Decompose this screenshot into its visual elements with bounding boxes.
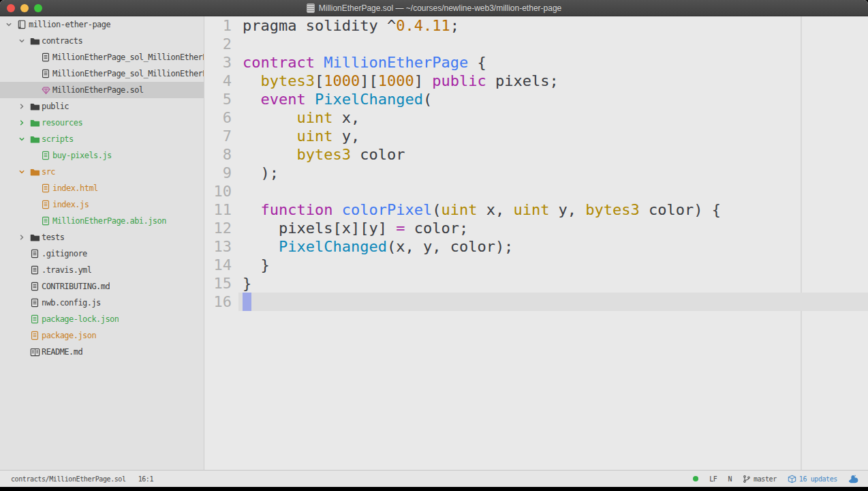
tree-item-package-lock-json[interactable]: package-lock.json — [0, 311, 204, 327]
tree-item-contributing-md[interactable]: CONTRIBUTING.md — [0, 278, 204, 295]
line-number: 11 — [204, 200, 238, 219]
code-line-10[interactable]: 10 — [204, 182, 868, 200]
code-text: pixels[x][y] = color; — [243, 219, 868, 237]
squirrel-icon[interactable] — [848, 474, 858, 484]
code-text: event PixelChanged( — [243, 90, 868, 108]
code-line-11[interactable]: 11 function colorPixel(uint x, uint y, b… — [204, 200, 868, 219]
line-number: 1 — [204, 16, 238, 35]
tree-item-label: .gitignore — [42, 249, 87, 258]
line-number: 8 — [204, 145, 238, 164]
code-text: ); — [243, 164, 868, 182]
tree-item-scripts[interactable]: scripts — [0, 131, 204, 147]
tree-item-tests[interactable]: tests — [0, 229, 204, 246]
file-icon — [30, 282, 42, 291]
tree-item-nwb-config-js[interactable]: nwb.config.js — [0, 295, 204, 311]
tree-item-label: src — [42, 167, 55, 177]
document-proxy-icon — [307, 3, 315, 13]
code-line-15[interactable]: 15} — [204, 274, 868, 293]
tree-item-millionetherpage-abi-json[interactable]: MillionEtherPage.abi.json — [0, 213, 204, 229]
tree-item-contracts[interactable]: contracts — [0, 33, 204, 49]
file-icon — [41, 183, 52, 193]
chevron-down-icon[interactable] — [18, 136, 30, 143]
code-line-12[interactable]: 12 pixels[x][y] = color; — [204, 219, 868, 237]
status-cursor-position[interactable]: 16:1 — [138, 475, 153, 483]
code-line-7[interactable]: 7 uint y, — [204, 127, 868, 145]
zoom-window-button[interactable] — [34, 4, 42, 12]
folder-icon — [30, 233, 42, 243]
code-area: 1pragma solidity ^0.4.11;23contract Mill… — [204, 16, 868, 311]
tree-item-million-ether-page[interactable]: million-ether-page — [0, 16, 204, 33]
code-line-13[interactable]: 13 PixelChanged(x, y, color); — [204, 237, 868, 256]
tree-item-millionetherpage-sol-millionetherp[interactable]: MillionEtherPage_sol_MillionEtherP — [0, 49, 204, 65]
chevron-right-icon[interactable] — [18, 103, 30, 110]
status-git-branch[interactable]: master — [743, 475, 777, 483]
status-line-ending[interactable]: LF — [709, 475, 717, 483]
code-line-4[interactable]: 4 bytes3[1000][1000] public pixels; — [204, 72, 868, 90]
code-line-5[interactable]: 5 event PixelChanged( — [204, 90, 868, 108]
chevron-down-icon[interactable] — [5, 21, 17, 28]
tree-item-label: nwb.config.js — [42, 298, 101, 308]
tree-item-gitignore[interactable]: .gitignore — [0, 246, 204, 262]
chevron-right-icon[interactable] — [18, 234, 30, 241]
line-number: 7 — [204, 127, 238, 145]
file-icon — [30, 249, 42, 258]
folder-icon — [30, 167, 42, 177]
code-line-3[interactable]: 3contract MillionEtherPage { — [204, 53, 868, 72]
line-number: 15 — [204, 274, 238, 293]
code-line-6[interactable]: 6 uint x, — [204, 108, 868, 127]
line-number: 6 — [204, 108, 238, 127]
tree-item-resources[interactable]: resources — [0, 115, 204, 131]
tree-item-label: index.js — [52, 200, 89, 209]
tree-item-label: MillionEtherPage.abi.json — [52, 216, 166, 226]
tree-item-readme-md[interactable]: README.md — [0, 344, 204, 360]
line-number: 14 — [204, 256, 238, 274]
file-icon — [41, 200, 52, 209]
line-number: 9 — [204, 164, 238, 182]
tree-item-label: public — [42, 102, 69, 111]
chevron-right-icon[interactable] — [18, 119, 30, 126]
code-line-1[interactable]: 1pragma solidity ^0.4.11; — [204, 16, 868, 35]
minimize-window-button[interactable] — [20, 4, 29, 12]
folder-icon — [30, 134, 42, 145]
text-cursor — [243, 293, 251, 311]
close-window-button[interactable] — [7, 4, 15, 12]
package-updates[interactable]: 16 updates — [788, 475, 837, 483]
code-text — [243, 182, 868, 200]
window-title: MillionEtherPage.sol — ~/courses/newline… — [319, 3, 562, 13]
status-file-path[interactable]: contracts/MillionEtherPage.sol — [11, 475, 126, 483]
tree-item-millionetherpage-sol-millionetherp[interactable]: MillionEtherPage_sol_MillionEtherP — [0, 65, 204, 82]
tree-item-src[interactable]: src — [0, 164, 204, 180]
line-number: 2 — [204, 35, 238, 53]
package-icon — [788, 475, 796, 483]
tree-item-travis-yml[interactable]: .travis.yml — [0, 262, 204, 278]
code-text: pragma solidity ^0.4.11; — [243, 16, 868, 35]
line-number: 13 — [204, 237, 238, 256]
status-bar: contracts/MillionEtherPage.sol 16:1 LF N… — [0, 470, 868, 487]
code-line-8[interactable]: 8 bytes3 color — [204, 145, 868, 164]
tree-item-label: index.html — [52, 183, 98, 193]
editor-pane[interactable]: 1pragma solidity ^0.4.11;23contract Mill… — [204, 16, 868, 470]
tree-item-package-json[interactable]: package.json — [0, 327, 204, 344]
code-text: PixelChanged(x, y, color); — [243, 237, 868, 256]
file-icon — [41, 151, 52, 160]
folder-icon — [30, 118, 42, 128]
file-icon — [30, 314, 42, 324]
tree-item-public[interactable]: public — [0, 98, 204, 115]
code-text: } — [243, 274, 868, 293]
status-encoding-indicator[interactable]: N — [728, 475, 732, 483]
tree-item-index-js[interactable]: index.js — [0, 196, 204, 213]
tree-item-index-html[interactable]: index.html — [0, 180, 204, 196]
code-line-14[interactable]: 14 } — [204, 256, 868, 274]
code-text: contract MillionEtherPage { — [243, 53, 868, 72]
code-line-9[interactable]: 9 ); — [204, 164, 868, 182]
code-line-16[interactable]: 16 — [204, 293, 868, 311]
chevron-down-icon[interactable] — [18, 168, 30, 175]
tree-item-label: CONTRIBUTING.md — [42, 282, 110, 291]
tree-item-millionetherpage-sol[interactable]: MillionEtherPage.sol — [0, 82, 204, 98]
chevron-down-icon[interactable] — [18, 38, 30, 44]
line-number: 3 — [204, 53, 238, 72]
file-icon — [41, 69, 52, 78]
code-line-2[interactable]: 2 — [204, 35, 868, 53]
tree-item-buy-pixels-js[interactable]: buy-pixels.js — [0, 147, 204, 164]
repo-icon — [17, 20, 29, 29]
